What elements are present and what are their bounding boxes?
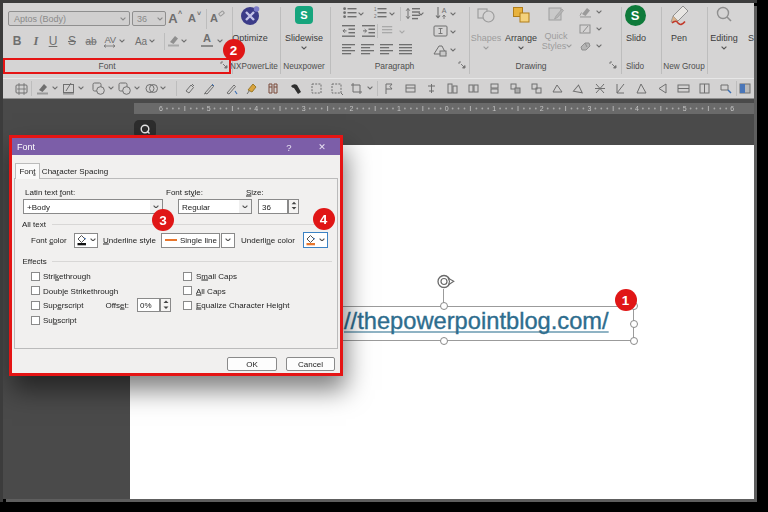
svg-text:0: 0 <box>445 105 449 112</box>
svg-text:2: 2 <box>349 105 353 112</box>
svg-text:1: 1 <box>492 105 496 112</box>
svg-text:2: 2 <box>540 105 544 112</box>
svg-text:5: 5 <box>683 105 687 112</box>
svg-text:3: 3 <box>302 105 306 112</box>
svg-text:2: 2 <box>374 14 377 19</box>
svg-text:1: 1 <box>397 105 401 112</box>
svg-text:6: 6 <box>159 105 163 112</box>
svg-text:4: 4 <box>254 105 258 112</box>
svg-text:4: 4 <box>635 105 639 112</box>
svg-text:A: A <box>442 7 447 14</box>
svg-text:5: 5 <box>207 105 211 112</box>
svg-text:1: 1 <box>374 7 377 12</box>
svg-text:3: 3 <box>587 105 591 112</box>
svg-text:6: 6 <box>730 105 734 112</box>
